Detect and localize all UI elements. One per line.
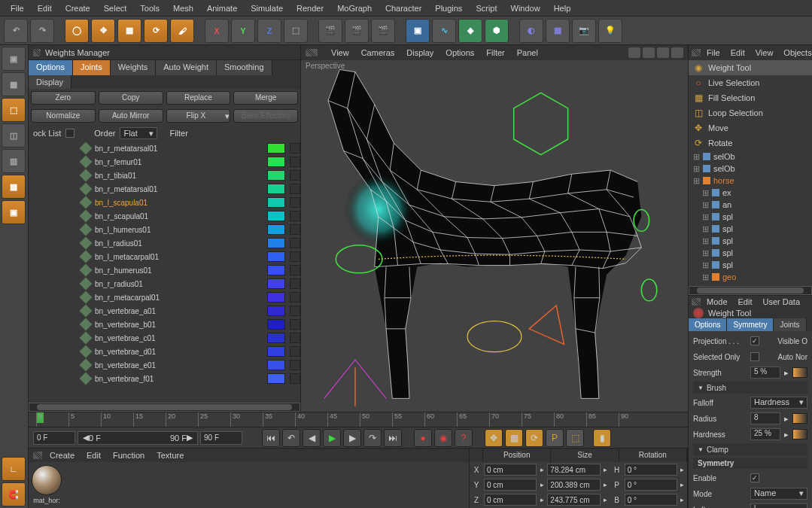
- object-row[interactable]: ⊞horse: [689, 175, 812, 187]
- object-row[interactable]: ⊞selOb: [689, 151, 812, 163]
- mode-select[interactable]: Name▾: [750, 488, 807, 500]
- strength-slider[interactable]: [792, 367, 807, 378]
- rotate-button[interactable]: ⟳: [144, 19, 168, 43]
- key-rot-button[interactable]: ⟳: [525, 429, 543, 447]
- timeline[interactable]: 051015202530354045505560657075808590: [29, 412, 688, 427]
- normalize-button[interactable]: Normalize: [31, 109, 96, 123]
- object-hierarchy[interactable]: ⊞selOb⊞selOb⊞horse⊞ex⊞an⊞spl⊞spl⊞spl⊞spl…: [689, 151, 812, 286]
- prev-key-button[interactable]: ↶: [282, 429, 300, 447]
- menu-help[interactable]: Help: [547, 2, 578, 15]
- viewport-icon-3[interactable]: [657, 47, 669, 58]
- joint-row[interactable]: bn_r_radius01: [29, 277, 300, 291]
- object-row[interactable]: ⊞spl: [689, 247, 812, 259]
- redo-button[interactable]: ↷: [30, 19, 54, 43]
- joint-lock-icon[interactable]: [290, 224, 300, 235]
- object-mode-button[interactable]: ▦: [2, 72, 26, 96]
- joint-lock-icon[interactable]: [290, 319, 300, 330]
- joint-lock-icon[interactable]: [290, 373, 300, 384]
- prev-frame-button[interactable]: ◀: [303, 429, 321, 447]
- scale-button[interactable]: ▦: [117, 19, 141, 43]
- object-row[interactable]: ⊞spl: [689, 223, 812, 235]
- joint-row[interactable]: bn_r_humerus01: [29, 263, 300, 277]
- expand-icon[interactable]: ⊞: [702, 188, 709, 198]
- position-input[interactable]: 0 cm: [484, 494, 537, 506]
- joint-lock-icon[interactable]: [290, 333, 300, 343]
- play-button[interactable]: ▶: [323, 429, 341, 447]
- joint-list[interactable]: bn_r_metatarsal01bn_r_femur01bn_r_tibia0…: [29, 141, 300, 403]
- expand-icon[interactable]: ⊞: [702, 200, 709, 210]
- menu-animate[interactable]: Animate: [200, 2, 244, 15]
- joint-row[interactable]: bn_r_scapula01: [29, 209, 300, 223]
- goto-start-button[interactable]: ⏮: [262, 429, 280, 447]
- attr-menu-edit[interactable]: Edit: [734, 296, 757, 308]
- vp-menu-options[interactable]: Options: [439, 47, 480, 59]
- camera-button[interactable]: 📷: [572, 19, 596, 43]
- render-region-button[interactable]: 🎬: [345, 19, 369, 43]
- rotation-input[interactable]: 0 °: [625, 479, 677, 491]
- joint-row[interactable]: bn_l_scapula01: [29, 196, 300, 209]
- tool-weight-tool[interactable]: ◉Weight Tool: [689, 60, 812, 75]
- viewport-icon-4[interactable]: [671, 47, 683, 58]
- size-input[interactable]: 200.389 cm: [547, 479, 600, 491]
- object-row[interactable]: ⊞geo: [689, 271, 812, 283]
- joint-lock-icon[interactable]: [290, 211, 300, 221]
- display-tab[interactable]: Display: [29, 75, 71, 89]
- weights-tab-joints[interactable]: Joints: [73, 60, 111, 75]
- expand-icon[interactable]: ⊞: [702, 260, 709, 270]
- joint-row[interactable]: bn_vertebrae_f01: [29, 372, 300, 385]
- menu-select[interactable]: Select: [97, 2, 134, 15]
- zero-button[interactable]: Zero: [31, 91, 96, 105]
- merge-button[interactable]: Merge: [233, 91, 298, 105]
- menu-window[interactable]: Window: [504, 2, 547, 15]
- tool-move[interactable]: ✥Move: [689, 120, 812, 135]
- axis-widget-button[interactable]: ∟: [2, 457, 26, 481]
- position-input[interactable]: 0 cm: [484, 464, 537, 476]
- point-mode-button[interactable]: ⬚: [2, 98, 26, 122]
- joint-lock-icon[interactable]: [290, 292, 300, 303]
- range-slider[interactable]: ◀0 F 90 F▶: [78, 431, 198, 445]
- axis-y-button[interactable]: Y: [231, 19, 255, 43]
- joint-row[interactable]: bn_vertebrae_e01: [29, 358, 300, 372]
- joint-lock-icon[interactable]: [290, 360, 300, 370]
- size-input[interactable]: 243.775 cm: [547, 494, 600, 506]
- expand-icon[interactable]: ⊞: [693, 152, 700, 162]
- array-button[interactable]: ⬢: [485, 19, 509, 43]
- left-input[interactable]: l: [750, 503, 807, 508]
- nurbs-button[interactable]: ◈: [458, 19, 482, 43]
- joint-row[interactable]: bn_l_metacarpal01: [29, 250, 300, 263]
- key-pos-button[interactable]: ✥: [485, 429, 503, 447]
- obj-menu-objects[interactable]: Objects: [779, 47, 812, 59]
- radius-slider[interactable]: [792, 413, 807, 424]
- joint-lock-icon[interactable]: [290, 157, 300, 167]
- keyframe-button[interactable]: ?: [455, 429, 473, 447]
- vp-menu-panel[interactable]: Panel: [511, 47, 544, 59]
- model-mode-button[interactable]: ▣: [2, 47, 26, 71]
- light-button[interactable]: 💡: [598, 19, 622, 43]
- falloff-select[interactable]: Hardness▾: [750, 397, 807, 409]
- horizontal-scrollbar[interactable]: [29, 403, 300, 412]
- expand-icon[interactable]: ⊞: [702, 212, 709, 222]
- goto-end-button[interactable]: ⏭: [384, 429, 402, 447]
- tool-live-selection[interactable]: ○Live Selection: [689, 75, 812, 90]
- replace-button[interactable]: Replace: [166, 91, 231, 105]
- horizontal-scrollbar[interactable]: [689, 286, 812, 295]
- viewport-icon-2[interactable]: [643, 47, 655, 58]
- joint-row[interactable]: bn_r_tibia01: [29, 169, 300, 182]
- obj-menu-edit[interactable]: Edit: [726, 47, 750, 59]
- attr-tab-symmetry[interactable]: Symmetry: [727, 318, 774, 331]
- lock-list-check[interactable]: [65, 129, 75, 138]
- mat-menu-function[interactable]: Function: [108, 449, 149, 461]
- joint-row[interactable]: bn_l_humerus01: [29, 223, 300, 236]
- auto-mirror-button[interactable]: Auto Mirror: [99, 109, 163, 123]
- joint-lock-icon[interactable]: [290, 238, 300, 248]
- attr-menu-user-data[interactable]: User Data: [759, 296, 805, 308]
- rotation-input[interactable]: 0 °: [625, 464, 677, 476]
- expand-icon[interactable]: ⊞: [693, 176, 700, 186]
- vp-menu-cameras[interactable]: Cameras: [355, 47, 401, 59]
- autokey-button[interactable]: ◉: [434, 429, 452, 447]
- cube-primitive-button[interactable]: ▣: [406, 19, 430, 43]
- menu-render[interactable]: Render: [290, 2, 330, 15]
- menu-file[interactable]: File: [4, 2, 31, 15]
- joint-lock-icon[interactable]: [290, 346, 300, 357]
- tool-rotate[interactable]: ⟳Rotate: [689, 135, 812, 151]
